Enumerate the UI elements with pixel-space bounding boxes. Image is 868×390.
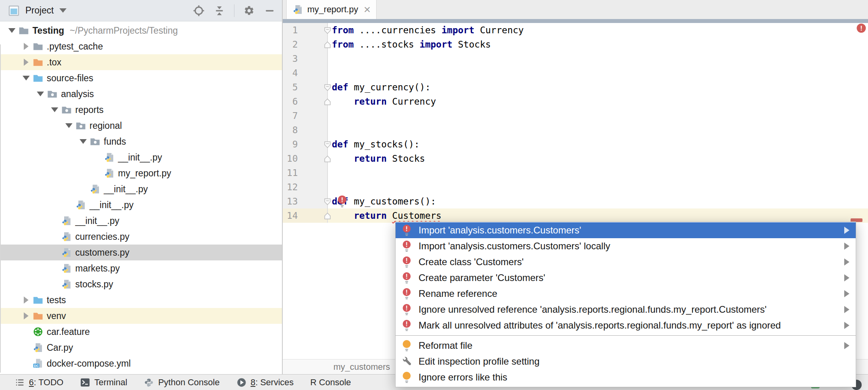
- code-line-1[interactable]: 1from ....currencies import Currency: [283, 23, 868, 37]
- code-line-10[interactable]: 10 return Stocks: [283, 151, 868, 166]
- menu-item-import-analysis-customers-customers-[interactable]: !Import 'analysis.customers.Customers': [396, 222, 856, 238]
- code-token: return: [354, 210, 386, 221]
- fold-marker-icon[interactable]: [324, 197, 331, 205]
- fold-marker-icon[interactable]: [324, 40, 331, 48]
- intention-actions-popup: !Import 'analysis.customers.Customers'!I…: [395, 222, 856, 387]
- tree-item-customers-py[interactable]: customers.py: [0, 245, 282, 260]
- tree-item--tox[interactable]: .tox: [0, 54, 282, 70]
- twisty-expanded-icon[interactable]: [21, 73, 32, 84]
- status-item--todo[interactable]: 6: TODO: [6, 377, 72, 388]
- project-panel-header: Project: [0, 0, 282, 21]
- tree-item--pytest-cache[interactable]: .pytest_cache: [0, 38, 282, 54]
- twisty-collapsed-icon[interactable]: [21, 41, 32, 52]
- project-panel-title[interactable]: Project: [25, 5, 54, 16]
- tree-item-analysis[interactable]: analysis: [0, 86, 282, 102]
- tree-item-car-py[interactable]: Car.py: [0, 340, 282, 356]
- project-tool-window: Project Testing~/PycharmProjects/Testing…: [0, 0, 282, 374]
- tree-item-markets-py[interactable]: markets.py: [0, 260, 282, 276]
- editor-tab-my-report[interactable]: my_report.py ×: [286, 0, 377, 19]
- status-item-python-console[interactable]: Python Console: [135, 377, 228, 388]
- tree-item--init-py[interactable]: __init__.py: [0, 213, 282, 229]
- code-text: def my_stocks():: [328, 137, 420, 151]
- twisty-collapsed-icon[interactable]: [21, 310, 32, 321]
- tree-item-currencies-py[interactable]: currencies.py: [0, 229, 282, 245]
- submenu-arrow-icon: [844, 342, 849, 349]
- code-line-3[interactable]: 3: [283, 52, 868, 66]
- menu-item-create-class-customers-[interactable]: !Create class 'Customers': [396, 254, 856, 270]
- fold-marker-icon[interactable]: [324, 26, 331, 34]
- tab-close-icon[interactable]: ×: [364, 6, 371, 13]
- menu-item-reformat-file[interactable]: Reformat file: [396, 338, 856, 354]
- menu-item-ignore-errors-like-this[interactable]: Ignore errors like this: [396, 369, 856, 385]
- code-line-4[interactable]: 4: [283, 66, 868, 80]
- tree-item-tests[interactable]: tests: [0, 292, 282, 308]
- code-line-5[interactable]: 5def my_currency():: [283, 80, 868, 94]
- twisty-expanded-icon[interactable]: [35, 88, 46, 99]
- hide-panel-icon[interactable]: [264, 5, 276, 17]
- tree-item-docker-compose-yml[interactable]: DCdocker-compose.yml: [0, 356, 282, 371]
- tree-item-label: analysis: [61, 89, 94, 99]
- fold-marker-icon[interactable]: [324, 83, 331, 91]
- menu-item-rename-reference[interactable]: !Rename reference: [396, 286, 856, 302]
- twisty-expanded-icon[interactable]: [6, 25, 17, 36]
- fold-marker-icon[interactable]: [324, 140, 331, 148]
- menu-item-mark-all-unresolved-attributes-of-analys[interactable]: !Mark all unresolved attributes of 'anal…: [396, 317, 856, 333]
- tree-item-funds[interactable]: funds: [0, 134, 282, 149]
- code-line-9[interactable]: 9def my_stocks():: [283, 137, 868, 151]
- code-line-7[interactable]: 7: [283, 109, 868, 123]
- tree-item-my-report-py[interactable]: my_report.py: [0, 165, 282, 181]
- python-file-icon: [292, 4, 303, 15]
- tree-item-stocks-py[interactable]: stocks.py: [0, 276, 282, 292]
- tree-item-label: funds: [104, 136, 126, 147]
- twisty-spacer: [92, 168, 103, 179]
- twisty-collapsed-icon[interactable]: [21, 57, 32, 68]
- settings-gear-icon[interactable]: [243, 5, 255, 17]
- code-line-12[interactable]: 12: [283, 180, 868, 194]
- tree-item--init-py[interactable]: __init__.py: [0, 181, 282, 197]
- code-line-8[interactable]: 8: [283, 123, 868, 137]
- code-line-6[interactable]: 6 return Currency: [283, 94, 868, 109]
- tree-item--init-py[interactable]: __init__.py: [0, 149, 282, 165]
- tree-item-reports[interactable]: reports: [0, 102, 282, 118]
- fold-marker-icon[interactable]: [324, 98, 331, 105]
- project-tree: Testing~/PycharmProjects/Testing.pytest_…: [0, 21, 282, 374]
- wrench-icon: [401, 355, 412, 368]
- code-line-14[interactable]: 14 return Customers: [283, 208, 868, 223]
- menu-item-edit-inspection-profile-setting[interactable]: Edit inspection profile setting: [396, 354, 856, 369]
- tree-item-regional[interactable]: regional: [0, 118, 282, 134]
- status-item--services[interactable]: 8: Services: [228, 377, 302, 388]
- python-file-icon: [104, 152, 115, 163]
- tree-item-source-files[interactable]: source-files: [0, 70, 282, 86]
- chevron-down-icon[interactable]: [59, 8, 67, 13]
- code-line-2[interactable]: 2from ....stocks import Stocks: [283, 37, 868, 52]
- editor-gutter: 7: [283, 109, 328, 123]
- fold-marker-icon[interactable]: [324, 155, 331, 162]
- tree-item-label: .pytest_cache: [47, 41, 103, 52]
- twisty-collapsed-icon[interactable]: [21, 294, 32, 306]
- locate-file-icon[interactable]: [193, 5, 205, 17]
- twisty-expanded-icon[interactable]: [78, 136, 89, 147]
- menu-item-create-parameter-customers-[interactable]: !Create parameter 'Customers': [396, 270, 856, 286]
- breadcrumb-item[interactable]: my_customers: [333, 362, 390, 372]
- tree-item-venv[interactable]: venv: [0, 308, 282, 324]
- twisty-expanded-icon[interactable]: [63, 120, 74, 131]
- inspection-error-indicator-icon[interactable]: !: [856, 23, 866, 33]
- tree-item--init-py[interactable]: __init__.py: [0, 197, 282, 213]
- menu-item-label: Create class 'Customers': [419, 256, 839, 268]
- status-item-terminal[interactable]: Terminal: [72, 377, 135, 388]
- twisty-expanded-icon[interactable]: [49, 104, 60, 115]
- menu-item-import-analysis-customers-customers-loca[interactable]: !Import 'analysis.customers.Customers' l…: [396, 238, 856, 254]
- svg-text:!: !: [405, 273, 407, 280]
- fold-marker-icon[interactable]: [324, 212, 331, 220]
- tree-item-label: source-files: [47, 73, 93, 84]
- error-intention-bulb-icon[interactable]: !: [336, 195, 348, 208]
- menu-item-ignore-unresolved-reference-analysis-rep[interactable]: !Ignore unresolved reference 'analysis.r…: [396, 302, 856, 317]
- tree-item-car-feature[interactable]: car.feature: [0, 324, 282, 340]
- twisty-spacer: [49, 263, 60, 274]
- collapse-all-icon[interactable]: [213, 5, 225, 17]
- code-token: [332, 96, 354, 107]
- code-line-11[interactable]: 11: [283, 166, 868, 180]
- tree-item-testing[interactable]: Testing~/PycharmProjects/Testing: [0, 23, 282, 38]
- status-item-r-console[interactable]: R Console: [302, 377, 360, 388]
- code-line-13[interactable]: 13def my_customers():!: [283, 194, 868, 208]
